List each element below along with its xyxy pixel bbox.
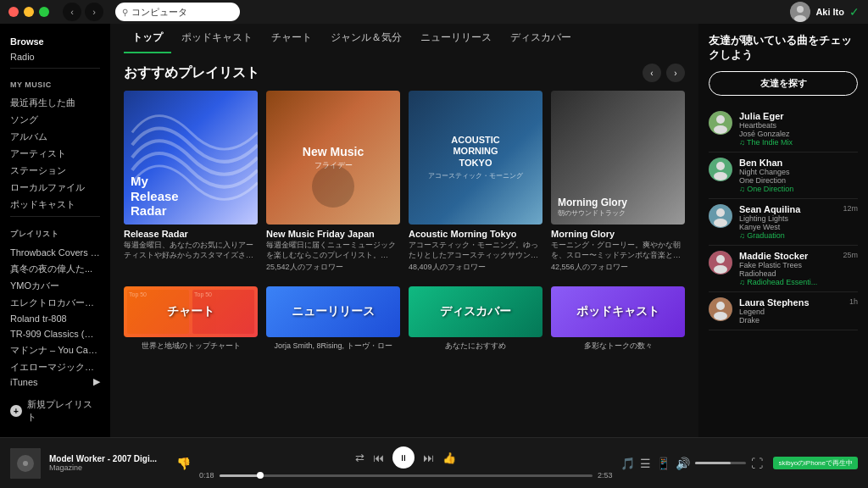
friend-time-sean: 12m [843,204,858,213]
playlist-card-release-radar[interactable]: MyReleaseRadar ▶ [124,91,258,273]
my-music-title: MY MUSIC [0,74,110,92]
search-bar[interactable]: ⚲ [115,3,240,21]
next-button[interactable]: ⏭ [423,452,434,464]
shortcut-new-release[interactable]: ニューリリース Jorja Smith, 8Rising, トーヴ・ロー [266,286,400,352]
playlists-title: プレイリスト [0,222,110,243]
back-button[interactable]: ‹ [63,3,81,21]
sidebar-item-playlist-5[interactable]: Roland tr-808 [0,309,110,324]
minimize-button[interactable] [24,7,34,17]
tab-podcasts[interactable]: ポッドキャスト [173,24,261,53]
sidebar-item-itunes[interactable]: iTunes ▶ [0,374,110,390]
sidebar-item-playlist-2[interactable]: 真冬の夜の偉人た... [0,258,110,275]
volume-button[interactable]: 🔊 [676,457,690,470]
card-desc-new-music: 毎週金曜日に届くニューミュージックを楽しむならこのプレイリスト。Cover: J… [266,241,400,260]
shortcut-chart-sub: 世界と地域のトップチャート [124,341,258,352]
sidebar-item-playlist-7[interactable]: マドンナ – You Can D... [0,340,110,357]
player-track-title: Model Worker - 2007 Digi... [49,454,168,463]
shortcut-podcast-card[interactable]: ポッドキャスト [551,286,685,337]
sidebar-item-stations[interactable]: ステーション [0,160,110,177]
friend-item-sean[interactable]: Sean Aquilina Lighting Lights Kanye West… [709,199,858,246]
sidebar-item-browse[interactable]: Browse [0,32,110,47]
card-followers-new-music: 25,542人のフォロワー [266,262,400,273]
thumbs-up-button[interactable]: 👍 [442,452,456,464]
sidebar-item-songs[interactable]: ソング [0,109,110,126]
card-title-release-radar: Release Radar [124,229,258,239]
friend-item-julia[interactable]: Julia Eger Heartbeats José Gonzalez ♫ Th… [709,106,858,152]
svg-point-8 [714,172,727,180]
progress-bar-container: 0:18 2:53 [199,471,612,480]
playlist-card-new-music[interactable]: New Music フライデー ▶ New Music Friday Japan… [266,91,400,273]
queue-button[interactable]: ☰ [640,457,651,470]
forward-button[interactable]: › [85,3,103,21]
tab-discover[interactable]: ディスカバー [502,24,580,53]
sidebar-item-playlist-4[interactable]: エレクトロカバー＆オ... [0,292,110,309]
section-prev-button[interactable]: ‹ [643,64,661,82]
shortcut-discover[interactable]: ディスカバー あなたにおすすめ [409,286,542,352]
spotify-icon: ✓ [849,5,860,19]
devices-button[interactable]: 📱 [656,457,670,470]
friend-name-maddie: Maddie Stocker [739,251,836,261]
player-actions: 👎 [176,457,191,470]
sidebar-item-artists[interactable]: アーティスト [0,143,110,160]
friend-name-ben: Ben Khan [739,158,851,168]
nav-arrows: ‹ › [63,3,103,21]
friend-info-julia: Julia Eger Heartbeats José Gonzalez ♫ Th… [739,111,851,147]
close-button[interactable] [8,7,19,17]
shortcut-discover-sub: あなたにおすすめ [409,341,542,352]
lyrics-button[interactable]: 🎵 [620,457,635,470]
sidebar-item-playlist-3[interactable]: YMOカバー [0,275,110,292]
playlist-card-acoustic[interactable]: ACOUSTICMORNINGTOKYO アコースティック・モーニング ▶ Ac… [409,91,542,273]
sidebar-item-recent[interactable]: 最近再生した曲 [0,92,110,109]
tab-new-releases[interactable]: ニューリリース [412,24,500,53]
shortcut-chart[interactable]: Top 50 Top 50 チャート 世界と地域のトップチャート [124,286,258,352]
find-friends-button[interactable]: 友達を探す [709,71,858,96]
playlist-card-morning-glory[interactable]: Morning Glory 朝のサウンドトラック ▶ Morning Glory… [551,91,685,273]
friend-info-laura: Laura Stephens Legend Drake [739,297,843,324]
shortcut-chart-card[interactable]: Top 50 Top 50 チャート [124,286,258,337]
friend-avatar-maddie [709,251,732,274]
prev-button[interactable]: ⏮ [373,452,384,464]
sidebar-item-podcasts[interactable]: ポッドキャスト [0,194,110,211]
titlebar: ‹ › ⚲ Aki Ito ✓ [0,0,868,24]
tab-top[interactable]: トップ [124,24,171,53]
maximize-button[interactable] [39,7,49,17]
shortcut-discover-card[interactable]: ディスカバー [409,286,542,337]
sidebar-item-radio[interactable]: Radio [0,47,110,63]
svg-point-5 [714,125,727,134]
friend-avatar-sean [709,204,732,228]
new-playlist-label: 新規プレイリスト [27,398,100,424]
tab-charts[interactable]: チャート [263,24,320,53]
card-title-morning-glory: Morning Glory [551,229,685,239]
thumbs-down-button[interactable]: 👎 [176,457,191,470]
progress-track[interactable] [220,474,593,477]
section-next-button[interactable]: › [666,64,685,82]
friend-item-laura[interactable]: Laura Stephens Legend Drake 1h [709,292,858,330]
svg-point-17 [714,312,727,320]
friend-name-laura: Laura Stephens [739,297,843,308]
card-image-morning-glory: Morning Glory 朝のサウンドトラック ▶ [551,91,685,225]
sidebar-item-playlist-6[interactable]: TR-909 Classics (R.I.P... [0,324,110,340]
sidebar-item-playlist-8[interactable]: イエローマジック歌... [0,357,110,374]
main-layout: Browse Radio MY MUSIC 最近再生した曲 ソング アルバム ア… [0,24,868,437]
new-playlist-button[interactable]: + 新規プレイリスト [0,393,110,429]
friend-item-maddie[interactable]: Maddie Stocker Fake Plastic Trees Radioh… [709,246,858,292]
shortcut-podcast-label: ポッドキャスト [576,304,659,319]
sidebar-item-albums[interactable]: アルバム [0,126,110,143]
sidebar-item-playlist-1[interactable]: Throwback Covers '7... [0,243,110,258]
card-desc-acoustic: アコースティック・モーニング。ゆったりとしたアコースティックサウンドと共に、爽や… [409,241,542,260]
card-title-new-music: New Music Friday Japan [266,229,400,239]
play-pause-button[interactable]: ⏸ [392,446,415,469]
shortcut-podcast[interactable]: ポッドキャスト 多彩なトークの数々 [551,286,685,352]
sidebar-item-local[interactable]: ローカルファイル [0,177,110,194]
svg-point-7 [716,162,725,170]
card-image-acoustic: ACOUSTICMORNINGTOKYO アコースティック・モーニング ▶ [409,91,542,225]
search-input[interactable] [131,7,233,17]
shuffle-button[interactable]: ⇄ [355,452,364,464]
tab-genre[interactable]: ジャンル＆気分 [322,24,410,53]
player-track-info: Model Worker - 2007 Digi... Magazine [49,454,168,472]
volume-bar[interactable] [695,462,746,464]
shortcut-new-release-card[interactable]: ニューリリース [266,286,400,337]
content-area: トップ ポッドキャスト チャート ジャンル＆気分 ニューリリース ディスカバー … [110,24,698,437]
fullscreen-button[interactable]: ⛶ [751,457,763,470]
friend-item-ben[interactable]: Ben Khan Night Changes One Direction ♫ O… [709,152,858,199]
